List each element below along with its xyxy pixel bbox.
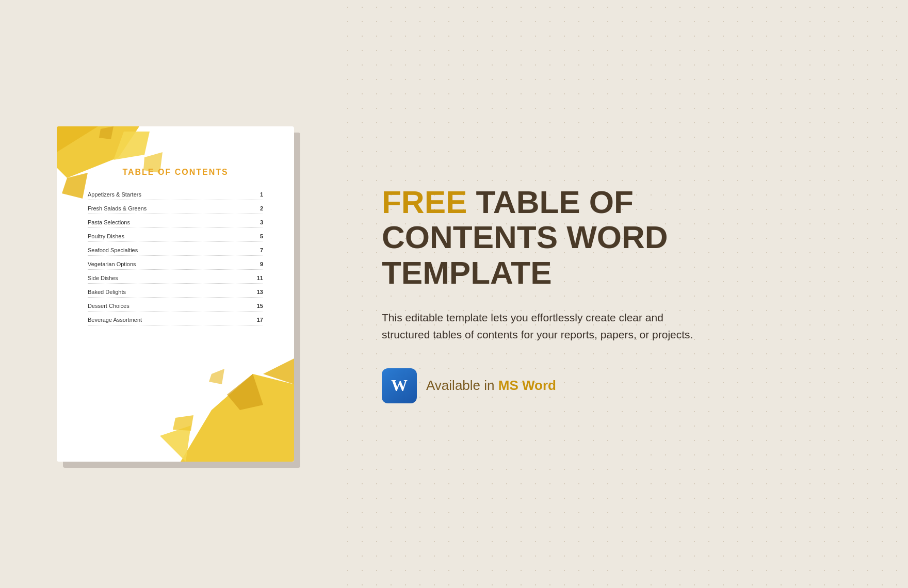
toc-entry-name: Appetizers & Starters (88, 191, 141, 198)
toc-entry: Fresh Salads & Greens2 (88, 205, 263, 214)
document-wrapper: TABLE OF CONTENTS Appetizers & Starters1… (57, 126, 294, 462)
toc-entry-page: 11 (253, 275, 263, 281)
toc-entry: Seafood Specialties7 (88, 247, 263, 256)
toc-entry-name: Baked Delights (88, 289, 126, 295)
svg-marker-8 (160, 426, 191, 462)
headline: FREE TABLE OFCONTENTS WORDTEMPLATE (382, 185, 867, 290)
toc-entry: Baked Delights13 (88, 289, 263, 298)
toc-entry-page: 2 (253, 205, 263, 211)
available-text: Available in MS Word (426, 378, 556, 394)
toc-entry-name: Seafood Specialties (88, 247, 138, 253)
toc-entry-page: 9 (253, 261, 263, 267)
toc-entry-page: 5 (253, 233, 263, 239)
toc-entry: Pasta Selections3 (88, 219, 263, 228)
description-text: This editable template lets you effortle… (382, 309, 712, 344)
toc-entry-name: Fresh Salads & Greens (88, 205, 147, 211)
toc-entry: Vegetarian Options9 (88, 261, 263, 270)
right-panel: FREE TABLE OFCONTENTS WORDTEMPLATE This … (351, 0, 908, 588)
toc-entry-page: 3 (253, 219, 263, 225)
svg-marker-10 (173, 415, 193, 431)
toc-entry-name: Vegetarian Options (88, 261, 136, 267)
toc-heading: TABLE OF CONTENTS (88, 168, 263, 177)
main-layout: TABLE OF CONTENTS Appetizers & Starters1… (0, 0, 908, 588)
left-panel: TABLE OF CONTENTS Appetizers & Starters1… (0, 0, 351, 588)
bottom-right-decoration (160, 343, 294, 462)
toc-entry: Appetizers & Starters1 (88, 191, 263, 200)
headline-free: FREE (382, 184, 467, 220)
available-ms-word: MS Word (498, 378, 556, 393)
toc-entry-page: 1 (253, 191, 263, 198)
toc-entry-name: Dessert Choices (88, 303, 129, 309)
toc-entry: Side Dishes11 (88, 275, 263, 284)
ms-word-letter: W (391, 376, 408, 395)
toc-entry-page: 17 (253, 317, 263, 323)
toc-entry: Poultry Dishes5 (88, 233, 263, 242)
ms-word-icon: W (382, 368, 417, 403)
toc-entries-list: Appetizers & Starters1Fresh Salads & Gre… (88, 191, 263, 325)
toc-entry-name: Pasta Selections (88, 219, 130, 225)
toc-entry-page: 15 (253, 303, 263, 309)
available-row: W Available in MS Word (382, 368, 867, 403)
available-label: Available in (426, 378, 495, 393)
toc-content: TABLE OF CONTENTS Appetizers & Starters1… (57, 147, 294, 351)
toc-entry-page: 7 (253, 247, 263, 253)
svg-marker-11 (209, 369, 224, 384)
toc-entry: Dessert Choices15 (88, 303, 263, 312)
toc-entry-name: Beverage Assortment (88, 317, 142, 323)
toc-entry-name: Side Dishes (88, 275, 118, 281)
toc-entry-name: Poultry Dishes (88, 233, 124, 239)
toc-entry-page: 13 (253, 289, 263, 295)
document-preview: TABLE OF CONTENTS Appetizers & Starters1… (57, 126, 294, 462)
toc-entry: Beverage Assortment17 (88, 317, 263, 325)
